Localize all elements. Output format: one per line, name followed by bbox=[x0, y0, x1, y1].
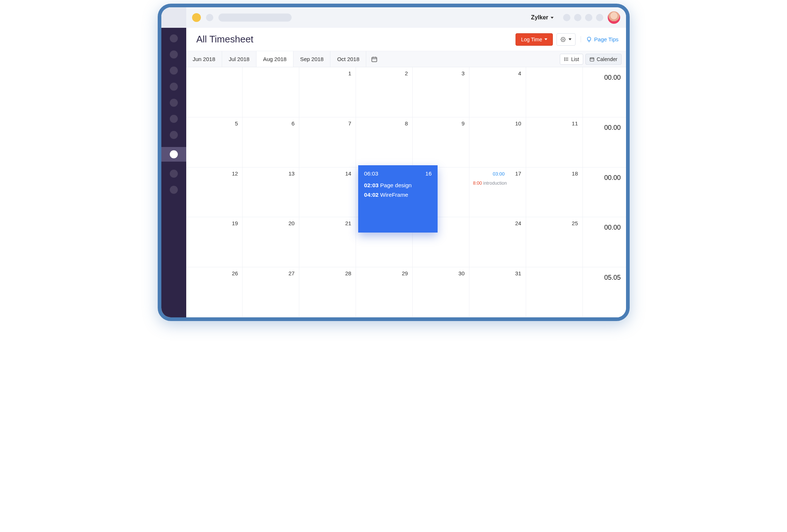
calendar-cell[interactable]: 27 bbox=[243, 267, 299, 317]
workspace-name: Zylker bbox=[531, 14, 548, 21]
calendar-cell[interactable]: 24 bbox=[469, 217, 526, 267]
sidebar-item[interactable] bbox=[170, 50, 178, 59]
calendar-cell[interactable]: 10 bbox=[469, 117, 526, 167]
sidebar-item[interactable] bbox=[170, 99, 178, 107]
sidebar bbox=[161, 28, 186, 317]
week-totals-column: 00.00 00.00 00.00 00.00 05.05 bbox=[583, 67, 626, 317]
svg-point-6 bbox=[565, 59, 565, 59]
week-total: 00.00 bbox=[583, 167, 626, 218]
sidebar-item[interactable] bbox=[170, 34, 178, 42]
calendar-cell[interactable]: 13 bbox=[243, 167, 299, 218]
svg-point-7 bbox=[565, 60, 565, 60]
month-tab[interactable]: Sep 2018 bbox=[293, 51, 330, 67]
month-tab[interactable]: Jun 2018 bbox=[186, 51, 222, 67]
page-tips-label: Page Tips bbox=[594, 36, 619, 42]
day-detail-overlay[interactable]: 06:03 16 02:03 Page design 04:02 WireFra… bbox=[358, 165, 438, 233]
calendar-cell[interactable]: 31 bbox=[469, 267, 526, 317]
svg-point-0 bbox=[562, 39, 564, 40]
month-tabs: Jun 2018 Jul 2018 Aug 2018 Sep 2018 Oct … bbox=[186, 51, 626, 67]
calendar-cell[interactable] bbox=[243, 67, 299, 117]
overlay-entry[interactable]: 04:02 WireFrame bbox=[364, 192, 432, 198]
settings-button[interactable] bbox=[556, 33, 576, 46]
calendar-cell[interactable]: 18 bbox=[526, 167, 583, 218]
calendar-cell[interactable] bbox=[186, 67, 243, 117]
calendar-icon bbox=[371, 56, 378, 63]
calendar-cell[interactable] bbox=[526, 67, 583, 117]
calendar-cell[interactable]: 19 bbox=[186, 217, 243, 267]
calendar-cell[interactable]: 12 bbox=[186, 167, 243, 218]
day17-entry-label: introduction bbox=[483, 181, 507, 186]
chevron-down-icon bbox=[569, 38, 571, 40]
calendar-cell[interactable]: 2 bbox=[356, 67, 413, 117]
sidebar-item[interactable] bbox=[170, 67, 178, 75]
month-tab[interactable]: Oct 2018 bbox=[330, 51, 366, 67]
overlay-daynum: 16 bbox=[426, 170, 432, 177]
calendar-cell[interactable]: 3 bbox=[413, 67, 469, 117]
list-icon bbox=[564, 57, 569, 62]
sidebar-item[interactable] bbox=[170, 186, 178, 194]
calendar-cell[interactable]: 11 bbox=[526, 117, 583, 167]
sidebar-item[interactable] bbox=[170, 170, 178, 178]
calendar-cell[interactable]: 5 bbox=[186, 117, 243, 167]
calendar-cell[interactable]: 28 bbox=[299, 267, 356, 317]
calendar-cell[interactable]: 9 bbox=[413, 117, 469, 167]
week-total: 00.00 bbox=[583, 217, 626, 267]
svg-rect-8 bbox=[590, 57, 594, 61]
header-action-dot[interactable] bbox=[574, 14, 581, 21]
calendar-cell[interactable]: 7 bbox=[299, 117, 356, 167]
sidebar-item[interactable] bbox=[170, 131, 178, 139]
calendar-cell-17[interactable]: 17 03:00 8:00 introduction bbox=[469, 167, 526, 218]
view-calendar-label: Calender bbox=[597, 56, 618, 62]
calendar-cell[interactable]: 14 bbox=[299, 167, 356, 218]
calendar-grid: 1 2 3 4 5 6 7 8 9 10 11 12 13 14 bbox=[186, 67, 583, 317]
overlay-entry[interactable]: 02:03 Page design bbox=[364, 182, 432, 189]
view-calendar-button[interactable]: Calender bbox=[585, 54, 622, 65]
calendar-icon bbox=[589, 57, 595, 62]
calendar-cell[interactable]: 8 bbox=[356, 117, 413, 167]
sidebar-item[interactable] bbox=[170, 115, 178, 123]
header-action-dot[interactable] bbox=[596, 14, 603, 21]
view-list-label: List bbox=[571, 56, 579, 62]
week-total: 00.00 bbox=[583, 67, 626, 117]
search-placeholder-pill[interactable] bbox=[218, 14, 292, 22]
week-total: 05.05 bbox=[583, 267, 626, 317]
lightbulb-icon bbox=[586, 37, 592, 42]
header-action-dot[interactable] bbox=[585, 14, 592, 21]
sidebar-item-active[interactable] bbox=[161, 147, 186, 162]
overlay-total-time: 06:03 bbox=[364, 170, 378, 177]
sidebar-item[interactable] bbox=[170, 83, 178, 91]
calendar-cell[interactable]: 21 bbox=[299, 217, 356, 267]
top-bar: Zylker bbox=[161, 7, 626, 28]
page-tips-link[interactable]: Page Tips bbox=[581, 36, 619, 42]
calendar-cell[interactable]: 6 bbox=[243, 117, 299, 167]
day17-top-time: 03:00 bbox=[493, 170, 505, 178]
calendar-cell[interactable] bbox=[526, 267, 583, 317]
calendar-cell[interactable]: 25 bbox=[526, 217, 583, 267]
page-title: All Timesheet bbox=[196, 34, 254, 45]
calendar-cell[interactable]: 1 bbox=[299, 67, 356, 117]
header-action-dot[interactable] bbox=[563, 14, 570, 21]
view-list-button[interactable]: List bbox=[560, 54, 583, 65]
window-dot bbox=[206, 14, 213, 21]
svg-rect-1 bbox=[372, 57, 377, 61]
chevron-down-icon bbox=[544, 38, 547, 40]
calendar-cell[interactable]: 20 bbox=[243, 217, 299, 267]
log-time-button[interactable]: Log Time bbox=[516, 33, 553, 46]
calendar-cell[interactable]: 30 bbox=[413, 267, 469, 317]
svg-point-5 bbox=[565, 57, 565, 58]
calendar-cell[interactable]: 29 bbox=[356, 267, 413, 317]
window-dot-yellow bbox=[192, 13, 201, 22]
chevron-down-icon bbox=[551, 17, 554, 19]
gear-icon bbox=[561, 37, 566, 42]
date-picker-button[interactable] bbox=[366, 56, 382, 63]
topbar-corner bbox=[161, 7, 186, 28]
day17-entry-time: 8:00 bbox=[473, 181, 482, 186]
week-total: 00.00 bbox=[583, 117, 626, 167]
calendar-cell[interactable]: 4 bbox=[469, 67, 526, 117]
log-time-label: Log Time bbox=[521, 37, 542, 42]
avatar[interactable] bbox=[608, 11, 620, 24]
calendar-cell[interactable]: 26 bbox=[186, 267, 243, 317]
workspace-switcher[interactable]: Zylker bbox=[531, 14, 558, 21]
month-tab-active[interactable]: Aug 2018 bbox=[256, 51, 293, 67]
month-tab[interactable]: Jul 2018 bbox=[222, 51, 256, 67]
